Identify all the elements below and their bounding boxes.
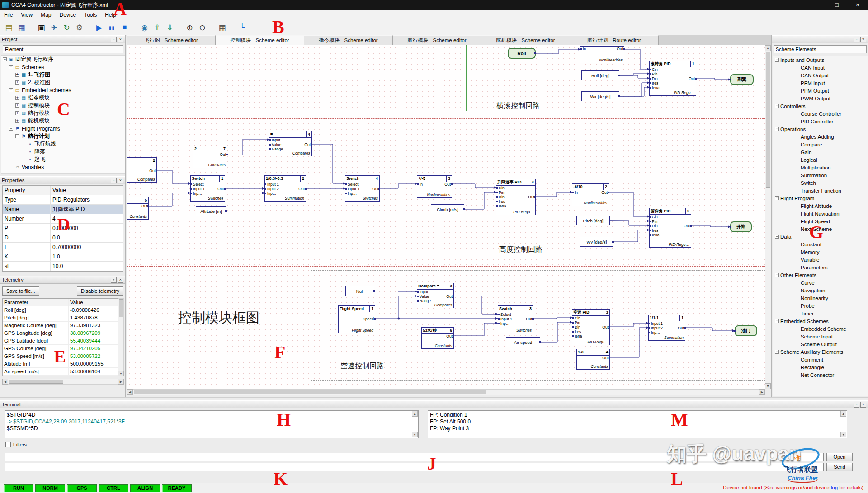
scroll-left-icon[interactable]: ◀ — [2, 379, 8, 385]
project-tree-item[interactable]: ▪起飞 — [1, 155, 125, 163]
block-=[interactable]: =4InputValueRangeOutCompares — [269, 131, 312, 156]
project-tree-item[interactable]: ▱Variables — [1, 163, 125, 171]
project-tree-item[interactable]: ▪飞行航线 — [1, 140, 125, 148]
status-led-ready[interactable]: READY — [162, 484, 192, 492]
status-led-gps[interactable]: GPS — [67, 484, 97, 492]
menu-file[interactable]: File — [0, 10, 17, 20]
project-tree-item[interactable]: −▣固定翼飞行程序 — [1, 56, 125, 63]
menu-tools[interactable]: Tools — [80, 10, 101, 20]
menu-device[interactable]: Device — [55, 10, 80, 20]
status-led-ctrl[interactable]: CTRL — [99, 484, 128, 492]
scheme-element-item[interactable]: Parameters — [773, 263, 868, 271]
block-null[interactable]: Null — [345, 286, 374, 296]
scheme-element-item[interactable]: Scheme Input — [773, 333, 868, 340]
zoom-in-icon[interactable]: ⊕ — [184, 22, 196, 33]
property-row[interactable]: I0.70000000 — [3, 243, 123, 252]
scheme-element-item[interactable]: −Inputs and Outputs — [773, 56, 868, 64]
project-tree-item[interactable]: −⚑Flight Programs — [1, 125, 125, 132]
close-panel-icon[interactable]: × — [118, 277, 123, 283]
scheme-element-item[interactable]: Switch — [773, 179, 868, 187]
block-=[interactable]: =2InputValueRangeOutCompares — [127, 157, 157, 183]
scheme-element-item[interactable]: PPM Input — [773, 79, 868, 87]
scheme-element-item[interactable]: Gain — [773, 148, 868, 156]
scheme-element-item[interactable]: Comment — [773, 356, 868, 363]
block-roll[interactable]: Roll — [508, 48, 536, 59]
scheme-element-item[interactable]: CAN Input — [773, 64, 868, 71]
block-air-speed[interactable]: Air speed — [506, 337, 540, 347]
save-to-file-button[interactable]: Save to file... — [2, 286, 39, 296]
block-wx-[deg/s][interactable]: Wx [deg/s] — [581, 91, 619, 101]
scheme-element-item[interactable]: Probe — [773, 302, 868, 310]
block-油门[interactable]: 油门 — [735, 325, 757, 336]
dock-icon[interactable]: ▫ — [854, 402, 859, 408]
block--6/10[interactable]: -6/102InOutNonlinearities — [572, 183, 609, 206]
play-icon[interactable]: ▶ — [93, 22, 105, 33]
block-53米/秒[interactable]: 53米/秒6OutConstants — [421, 327, 454, 349]
scheme-element-item[interactable]: Angles Adding — [773, 133, 868, 141]
scheme-element-item[interactable]: Variable — [773, 256, 868, 263]
status-led-norm[interactable]: NORM — [35, 484, 65, 492]
project-tree-item[interactable]: −▤Embedded schemes — [1, 86, 125, 94]
scheme-element-item[interactable]: PWM Output — [773, 94, 868, 102]
scheme-element-item[interactable]: Multiplication — [773, 164, 868, 171]
block-1/1/1[interactable]: 1/1/11Input 1Input 2Inp…OutSummation — [648, 315, 685, 341]
scheme-element-item[interactable]: Curve — [773, 279, 868, 286]
monitor-icon[interactable]: ▣ — [35, 22, 47, 33]
scheme-element-item[interactable]: Flight Navigation — [773, 210, 868, 217]
status-led-run[interactable]: RUN — [4, 484, 33, 492]
zoom-out-icon[interactable]: ⊖ — [196, 22, 208, 33]
block-wy-[deg/s][interactable]: Wy [deg/s] — [580, 237, 613, 247]
canvas-horizontal-scrollbar[interactable]: ◀ ▶ — [127, 389, 765, 395]
block-switch[interactable]: Switch1SelectInput 1Inp…OutSwitches — [190, 175, 225, 202]
property-row[interactable]: K1.0 — [3, 252, 123, 262]
scheme-element-item[interactable]: Transfer Function — [773, 187, 868, 194]
pause-icon[interactable]: ▮▮ — [106, 22, 118, 33]
block-+/-5[interactable]: +/-53InOutNonlinearities — [417, 175, 452, 198]
scroll-up-icon[interactable]: ▲ — [765, 45, 771, 51]
scroll-down-icon[interactable]: ▼ — [118, 371, 124, 376]
scheme-element-item[interactable]: PID Controller — [773, 117, 868, 125]
disable-telemetry-button[interactable]: Disable telemetry — [77, 286, 123, 296]
filters-checkbox[interactable] — [5, 442, 11, 447]
dock-icon[interactable]: ▫ — [111, 178, 117, 183]
block-compare-=[interactable]: Compare =3InputValueRangeOutCompares — [417, 283, 454, 308]
grid-icon[interactable]: ▦ — [216, 22, 228, 33]
close-panel-icon[interactable]: × — [118, 178, 123, 183]
terminal-log[interactable]: $STGID*4D-> $STGID,CCA42,28.09.2017,1124… — [5, 410, 419, 438]
scheme-element-item[interactable]: Summation — [773, 171, 868, 179]
scheme-element-item[interactable]: −Embedded Schemes — [773, 317, 868, 325]
block-滚转角-pid[interactable]: 滚转角 PID1CinPinDinIresIenaOutPID-Regu… — [649, 61, 696, 96]
scheme-element-item[interactable]: Memory — [773, 248, 868, 256]
route-icon[interactable]: └ — [236, 22, 248, 33]
save-icon[interactable]: ▦ — [15, 22, 28, 33]
tab-2[interactable]: 控制模块 - Scheme editor — [216, 35, 304, 45]
project-tree-item[interactable]: +▦2. 校准图 — [1, 79, 125, 86]
property-row[interactable]: sl10.0 — [3, 262, 123, 271]
scheme-element-item[interactable]: −Controllers — [773, 102, 868, 110]
scheme-element-item[interactable]: Rectangle — [773, 363, 868, 371]
block-climb-[m/s][interactable]: Climb [m/s] — [431, 204, 464, 214]
block-升降速率-pid[interactable]: 升降速率 PID4CinPinDinIresIenaOutPID-Regu… — [496, 179, 536, 215]
notepad-icon[interactable]: ▤ — [3, 22, 15, 33]
download-icon[interactable]: ⇩ — [164, 22, 176, 33]
property-row[interactable]: D0.0 — [3, 233, 123, 243]
close-panel-icon[interactable]: × — [860, 37, 866, 42]
close-button[interactable]: × — [847, 0, 868, 10]
scheme-element-item[interactable]: Nonlinearity — [773, 294, 868, 302]
menu-view[interactable]: View — [17, 10, 37, 20]
scheme-element-item[interactable]: Timer — [773, 310, 868, 317]
close-panel-icon[interactable]: × — [860, 402, 866, 408]
scroll-up-icon[interactable]: ▲ — [412, 411, 418, 417]
tab-6[interactable]: 航行计划 - Route editor — [570, 35, 659, 45]
scheme-element-item[interactable]: Course Controller — [773, 110, 868, 117]
block-1/0.3/-0.3[interactable]: 1/0.3/-0.32Input 1Input 2Inp…OutSummatio… — [264, 175, 306, 202]
tab-5[interactable]: 舵机模块 - Scheme editor — [481, 35, 570, 45]
block-switch[interactable]: Switch4SelectInput 1Inp…OutSwitches — [345, 175, 380, 202]
status-led-align[interactable]: ALIGN — [130, 484, 160, 492]
block-nonlinearities[interactable]: InOutNonlinearities — [580, 46, 624, 63]
scroll-down-icon[interactable]: ▼ — [765, 383, 771, 389]
globe-icon[interactable]: ◉ — [138, 22, 151, 33]
dock-icon[interactable]: ▫ — [111, 277, 117, 283]
project-tree-item[interactable]: +▦1. 飞行图 — [1, 71, 125, 79]
block-升降[interactable]: 升降 — [730, 221, 752, 232]
